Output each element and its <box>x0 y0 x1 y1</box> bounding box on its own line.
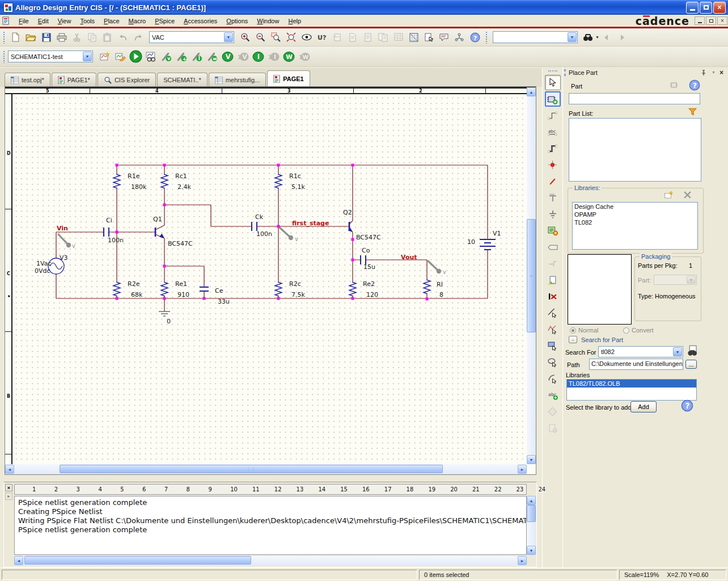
hscroll-thumb[interactable]: ⋮⋮ <box>60 465 443 473</box>
menu-help[interactable]: Help <box>283 16 306 26</box>
zoom-all-button[interactable] <box>283 30 299 45</box>
component-label[interactable]: 120 <box>366 291 378 298</box>
net-label[interactable]: first_stage <box>292 220 329 227</box>
component-label[interactable]: 33u <box>218 298 230 305</box>
component-label[interactable]: R2c <box>289 280 301 288</box>
simulation-profile-combo[interactable]: SCHEMATIC1-test▼ <box>8 50 93 62</box>
scroll-down-arrow[interactable]: ▼ <box>527 455 536 464</box>
component-label[interactable]: 7.5k <box>291 291 305 298</box>
add-library-icon[interactable] <box>664 191 674 200</box>
probe-label[interactable]: v <box>295 236 298 242</box>
toolbar-grip[interactable] <box>3 31 6 44</box>
component-label[interactable]: 180k <box>131 183 147 191</box>
place-wire-button[interactable] <box>545 108 561 123</box>
vscroll-thumb[interactable] <box>527 505 536 522</box>
help-icon[interactable]: ? <box>689 79 700 91</box>
browse-button[interactable]: ... <box>685 360 697 369</box>
redo-button[interactable] <box>130 30 146 45</box>
scroll-left-arrow[interactable]: ◄ <box>5 465 14 474</box>
cut-button[interactable] <box>69 30 84 45</box>
run-search-icon[interactable] <box>687 345 699 357</box>
place-power-button[interactable]: Vxx <box>545 190 561 205</box>
place-text-button[interactable]: abc <box>545 388 561 403</box>
find-combo[interactable]: ▼ <box>493 31 578 43</box>
chevron-down-icon[interactable]: ▼ <box>83 52 92 61</box>
place-hierarchical-block-button[interactable] <box>545 223 561 238</box>
bias-power-button[interactable]: W <box>281 49 297 64</box>
menu-pspice[interactable]: PSpice <box>150 16 179 26</box>
place-ellipse-button[interactable] <box>545 355 561 370</box>
mdi-minimize-button[interactable] <box>695 16 705 25</box>
place-part-button[interactable] <box>545 91 561 107</box>
schematic-canvas[interactable]: R1e180kRc12.4kR1c5.1kCi100nCk100nQ1BC547… <box>14 95 527 464</box>
search-for-combo[interactable]: tl082▼ <box>598 346 683 357</box>
component-label[interactable]: R1e <box>128 172 140 180</box>
menu-place[interactable]: Place <box>99 16 124 26</box>
component-label[interactable]: Co <box>362 247 370 254</box>
component-label[interactable]: 0Vdc <box>35 267 50 275</box>
search-help-icon[interactable]: ? <box>681 399 693 412</box>
component-label[interactable]: 15u <box>363 263 375 271</box>
find-button[interactable] <box>580 30 595 45</box>
place-bus-button[interactable] <box>545 141 561 156</box>
scroll-left-arrow[interactable]: ◄ <box>14 556 23 565</box>
component-label[interactable]: Ci <box>106 217 112 224</box>
place-bus-entry-button[interactable] <box>545 174 561 189</box>
place-picture-button[interactable] <box>545 404 561 419</box>
edit-simulation-profile-button[interactable] <box>113 49 128 64</box>
tab-page1[interactable]: PAGE1 <box>267 70 310 87</box>
place-port-button[interactable] <box>545 239 561 255</box>
part-input[interactable] <box>569 93 700 104</box>
place-part-header[interactable]: Place Part ▼ × <box>563 67 728 78</box>
differential-marker-button[interactable]: + <box>174 49 189 64</box>
chevron-down-icon[interactable]: ▼ <box>224 32 233 42</box>
place-junction-button[interactable] <box>545 157 561 172</box>
help-button[interactable]: ? <box>467 30 482 45</box>
new-simulation-profile-button[interactable] <box>98 49 113 64</box>
back-annotate-button[interactable] <box>329 30 345 45</box>
component-label[interactable]: V3 <box>60 254 68 262</box>
place-line-button[interactable] <box>545 305 561 321</box>
place-pin-button[interactable] <box>545 256 561 271</box>
close-button[interactable]: × <box>713 2 726 14</box>
toolbar-grip[interactable] <box>3 50 6 63</box>
search-results-list[interactable]: TL082/TL082.OLB <box>566 379 697 401</box>
normal-radio[interactable]: Normal <box>570 327 598 334</box>
place-polyline-button[interactable] <box>545 322 561 337</box>
component-label[interactable]: 910 <box>177 291 189 298</box>
vscroll-thumb[interactable]: ≡ <box>527 219 536 332</box>
component-label[interactable]: RI <box>437 281 443 288</box>
component-label[interactable]: BC547C <box>168 240 193 247</box>
zoom-out-button[interactable] <box>253 30 268 45</box>
part-combo[interactable]: VAC▼ <box>149 31 234 43</box>
component-label[interactable]: 100n <box>108 237 124 244</box>
library-item[interactable]: OPAMP <box>573 210 697 218</box>
menu-edit[interactable]: Edit <box>33 16 53 26</box>
panel-close-icon[interactable]: × <box>717 69 726 77</box>
component-label[interactable]: R2e <box>128 280 140 288</box>
component-label[interactable]: 8 <box>439 291 443 298</box>
component-label[interactable]: Re2 <box>363 280 375 288</box>
pin-icon[interactable] <box>699 69 708 77</box>
part-list[interactable] <box>569 118 701 182</box>
component-label[interactable]: Re1 <box>175 280 187 288</box>
path-input[interactable]: C:\Dokumente und Einstellungen\ku <box>589 359 683 370</box>
open-button[interactable] <box>23 30 39 45</box>
convert-radio[interactable]: Convert <box>623 327 654 334</box>
log-close-button[interactable]: × <box>5 484 12 491</box>
canvas-vscrollbar[interactable]: ▲ ▼ ≡ <box>527 87 536 464</box>
zoom-area-button[interactable] <box>268 30 283 45</box>
component-label[interactable]: 0 <box>167 318 171 325</box>
print-button[interactable] <box>54 30 69 45</box>
scroll-right-arrow[interactable]: ► <box>518 465 527 474</box>
select-tool-button[interactable] <box>545 75 561 90</box>
place-arc-button[interactable] <box>545 371 561 386</box>
place-off-page-connector-button[interactable] <box>545 272 561 288</box>
component-label[interactable]: BC547C <box>356 234 381 241</box>
place-ole-object-button[interactable] <box>545 420 561 436</box>
bias-voltage-button[interactable]: V <box>220 49 235 64</box>
menu-view[interactable]: View <box>53 16 76 26</box>
menu-file[interactable]: File <box>14 16 33 26</box>
component-label[interactable]: R1c <box>289 172 301 180</box>
menu-options[interactable]: Options <box>222 16 252 26</box>
